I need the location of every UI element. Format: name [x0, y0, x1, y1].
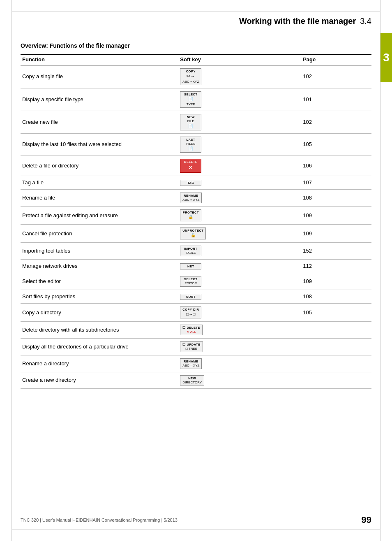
- cell-page: [301, 372, 371, 389]
- cell-function: Sort files by properties: [21, 290, 178, 303]
- cell-softkey: DELETE✕: [178, 156, 301, 176]
- header-section: 3.4: [360, 16, 371, 26]
- cell-function: Create a new directory: [21, 372, 178, 389]
- cell-page: 109: [301, 207, 371, 225]
- cell-page: [301, 322, 371, 339]
- softkey-rename-dir: RENAMEABC = XYZ: [180, 358, 202, 369]
- table-row: Cancel file protection UNPROTECT🔓 109: [21, 225, 371, 243]
- softkey-delete-all: ☐ DELETE✕ ALL: [180, 325, 203, 335]
- table-row: Create a new directory NEWDIRECTORY: [21, 372, 371, 389]
- cell-function: Select the editor: [21, 273, 178, 290]
- softkey-select-editor: SELECTEDITOR: [180, 276, 201, 287]
- cell-page: 108: [301, 290, 371, 303]
- table-row: Copy a directory COPY DIR□→□ 105: [21, 304, 371, 322]
- softkey-select-type: SELECT📄TYPE: [180, 91, 201, 108]
- table-row: Create new file NEWFILE📄 102: [21, 111, 371, 133]
- cell-softkey: SELECT📄TYPE: [178, 88, 301, 111]
- cell-softkey: COPY DIR□→□: [178, 304, 301, 322]
- cell-softkey: ☐ DELETE✕ ALL: [178, 322, 301, 339]
- cell-function: Display a specific file type: [21, 88, 178, 111]
- table-row: Display the last 10 files that were sele…: [21, 133, 371, 156]
- cell-function: Cancel file protection: [21, 225, 178, 243]
- cell-softkey: RENAMEABC = XYZ: [178, 190, 301, 207]
- table-row: Select the editor SELECTEDITOR 109: [21, 273, 371, 290]
- table-row: Protect a file against editing and erasu…: [21, 207, 371, 225]
- chapter-tab: 3: [380, 33, 392, 82]
- cell-softkey: TAG: [178, 176, 301, 190]
- cell-softkey: SELECTEDITOR: [178, 273, 301, 290]
- table-row: Sort files by properties SORT 108: [21, 290, 371, 303]
- cell-page: 105: [301, 304, 371, 322]
- cell-softkey: NEWDIRECTORY: [178, 372, 301, 389]
- cell-page: 102: [301, 111, 371, 133]
- table-row: Display a specific file type SELECT📄TYPE…: [21, 88, 371, 111]
- cell-page: 112: [301, 259, 371, 273]
- chapter-number: 3: [383, 51, 390, 64]
- cell-page: [301, 355, 371, 372]
- cell-page: 109: [301, 225, 371, 243]
- cell-page: 107: [301, 176, 371, 190]
- softkey-last-files: LASTFILES📄: [180, 137, 201, 153]
- main-content: Overview: Functions of the file manager …: [0, 34, 392, 405]
- softkey-new-file: NEWFILE📄: [180, 114, 201, 130]
- page-footer: TNC 320 | User's Manual HEIDENHAIN Conve…: [21, 515, 371, 525]
- cell-page: 101: [301, 88, 371, 111]
- table-row: Copy a single file COPY✂→ABC→XYZ 102: [21, 65, 371, 88]
- cell-softkey: NEWFILE📄: [178, 111, 301, 133]
- cell-page: 108: [301, 190, 371, 207]
- cell-softkey: COPY✂→ABC→XYZ: [178, 65, 301, 88]
- cell-function: Manage network drives: [21, 259, 178, 273]
- col-header-page: Page: [301, 54, 371, 65]
- cell-function: Rename a file: [21, 190, 178, 207]
- softkey-import-table: IMPORTTABLE: [180, 246, 201, 256]
- cell-softkey: RENAMEABC = XYZ: [178, 355, 301, 372]
- section-title: Overview: Functions of the file manager: [21, 42, 371, 49]
- softkey-sort: SORT: [180, 294, 201, 300]
- table-row: Tag a file TAG 107: [21, 176, 371, 190]
- cell-function: Display the last 10 files that were sele…: [21, 133, 178, 156]
- softkey-delete: DELETE✕: [180, 159, 201, 173]
- table-row: Manage network drives NET 112: [21, 259, 371, 273]
- cell-function: Rename a directory: [21, 355, 178, 372]
- cell-function: Tag a file: [21, 176, 178, 190]
- softkey-copy: COPY✂→ABC→XYZ: [180, 68, 201, 85]
- softkey-net: NET: [180, 263, 201, 269]
- table-row: Display all the directories of a particu…: [21, 338, 371, 355]
- col-header-function: Function: [21, 54, 178, 65]
- cell-function: Copy a single file: [21, 65, 178, 88]
- softkey-copy-dir: COPY DIR□→□: [180, 306, 201, 318]
- cell-softkey: LASTFILES📄: [178, 133, 301, 156]
- table-row: Rename a file RENAMEABC = XYZ 108: [21, 190, 371, 207]
- cell-function: Delete a file or directory: [21, 156, 178, 176]
- header-title: Working with the file manager: [239, 16, 356, 26]
- footer-left-text: TNC 320 | User's Manual HEIDENHAIN Conve…: [21, 518, 178, 522]
- cell-softkey: ☐ UPDATE□ TREE: [178, 338, 301, 355]
- cell-function: Protect a file against editing and erasu…: [21, 207, 178, 225]
- table-row: Delete a file or directory DELETE✕ 106: [21, 156, 371, 176]
- cell-page: [301, 338, 371, 355]
- table-row: Importing tool tables IMPORTTABLE 152: [21, 243, 371, 260]
- cell-softkey: PROTECT🔒: [178, 207, 301, 225]
- softkey-protect: PROTECT🔒: [180, 209, 201, 221]
- cell-function: Copy a directory: [21, 304, 178, 322]
- table-row: Rename a directory RENAMEABC = XYZ: [21, 355, 371, 372]
- softkey-tag: TAG: [180, 180, 201, 186]
- cell-function: Importing tool tables: [21, 243, 178, 260]
- cell-softkey: IMPORTTABLE: [178, 243, 301, 260]
- softkey-update-tree: ☐ UPDATE□ TREE: [180, 341, 203, 352]
- cell-function: Delete directory with all its subdirecto…: [21, 322, 178, 339]
- softkey-rename: RENAMEABC = XYZ: [180, 193, 202, 203]
- footer-page-number: 99: [362, 515, 371, 525]
- cell-page: 152: [301, 243, 371, 260]
- table-row: Delete directory with all its subdirecto…: [21, 322, 371, 339]
- cell-function: Display all the directories of a particu…: [21, 338, 178, 355]
- cell-page: 105: [301, 133, 371, 156]
- cell-function: Create new file: [21, 111, 178, 133]
- cell-softkey: UNPROTECT🔓: [178, 225, 301, 243]
- page-header: Working with the file manager 3.4: [0, 0, 392, 34]
- cell-page: 102: [301, 65, 371, 88]
- cell-softkey: SORT: [178, 290, 301, 303]
- cell-page: 106: [301, 156, 371, 176]
- cell-softkey: NET: [178, 259, 301, 273]
- softkey-new-directory: NEWDIRECTORY: [180, 375, 204, 386]
